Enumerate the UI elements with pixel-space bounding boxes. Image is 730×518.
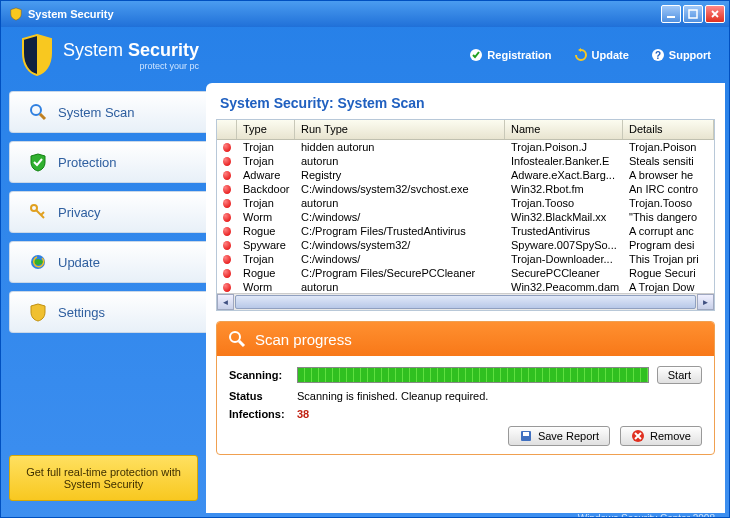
svg-rect-14 (523, 432, 529, 436)
shield-check-icon (28, 152, 48, 172)
cell-run: C:/windows/system32/svchost.exe (295, 182, 505, 196)
support-link[interactable]: ? Support (651, 48, 711, 62)
cell-details: Rogue Securi (623, 266, 714, 280)
table-row[interactable]: WormautorunWin32.Peacomm.damA Trojan Dow (217, 280, 714, 293)
maximize-button[interactable] (683, 5, 703, 23)
table-row[interactable]: AdwareRegistryAdware.eXact.Barg...A brow… (217, 168, 714, 182)
table-body[interactable]: Trojanhidden autorunTrojan.Poison.JTroja… (217, 140, 714, 293)
cell-name: Win32.Rbot.fm (505, 182, 623, 196)
titlebar: System Security (1, 1, 729, 27)
start-button[interactable]: Start (657, 366, 702, 384)
col-type[interactable]: Type (237, 120, 295, 139)
cell-name: Infostealer.Banker.E (505, 154, 623, 168)
magnifier-white-icon (227, 329, 247, 349)
cell-details: Trojan.Tooso (623, 196, 714, 210)
cell-type: Worm (237, 210, 295, 224)
cell-run: autorun (295, 196, 505, 210)
table-row[interactable]: TrojanautorunTrojan.ToosoTrojan.Tooso (217, 196, 714, 210)
cell-run: C:/Program Files/SecurePCCleaner (295, 266, 505, 280)
threat-dot-icon (223, 255, 231, 264)
footer-text: Windows Security Center 2008 (1, 513, 729, 518)
threat-dot-icon (223, 143, 231, 152)
cell-run: C:/Program Files/TrustedAntivirus (295, 224, 505, 238)
app-icon (9, 7, 23, 21)
table-row[interactable]: RogueC:/Program Files/TrustedAntivirusTr… (217, 224, 714, 238)
sidebar-item-label: Privacy (58, 205, 101, 220)
sidebar: System Scan Protection Privacy Update Se… (1, 83, 206, 513)
table-header: Type Run Type Name Details (217, 120, 714, 140)
sidebar-item-scan[interactable]: System Scan (9, 91, 206, 133)
update-icon (574, 48, 588, 62)
remove-button[interactable]: Remove (620, 426, 702, 446)
cell-run: hidden autorun (295, 140, 505, 154)
scroll-left-icon[interactable]: ◄ (217, 294, 234, 310)
threat-dot-icon (223, 269, 231, 278)
save-icon (519, 429, 533, 443)
minimize-button[interactable] (661, 5, 681, 23)
panel-title: System Security: System Scan (220, 95, 715, 111)
cell-details: "This dangero (623, 210, 714, 224)
magnifier-icon (28, 102, 48, 122)
svg-line-9 (41, 212, 44, 215)
table-row[interactable]: TrojanC:/windows/Trojan-Downloader...Thi… (217, 252, 714, 266)
registration-link[interactable]: Registration (469, 48, 551, 62)
svg-point-11 (230, 332, 240, 342)
threat-dot-icon (223, 199, 231, 208)
titlebar-title: System Security (28, 8, 661, 20)
save-report-button[interactable]: Save Report (508, 426, 610, 446)
cell-name: Trojan-Downloader... (505, 252, 623, 266)
cell-name: Adware.eXact.Barg... (505, 168, 623, 182)
threat-dot-icon (223, 157, 231, 166)
table-row[interactable]: Trojanhidden autorunTrojan.Poison.JTroja… (217, 140, 714, 154)
sidebar-item-update[interactable]: Update (9, 241, 206, 283)
cell-type: Backdoor (237, 182, 295, 196)
table-row[interactable]: WormC:/windows/Win32.BlackMail.xx"This d… (217, 210, 714, 224)
scroll-right-icon[interactable]: ► (697, 294, 714, 310)
cell-run: C:/windows/ (295, 210, 505, 224)
cell-details: Trojan.Poison (623, 140, 714, 154)
main-panel: System Security: System Scan Type Run Ty… (206, 83, 725, 513)
threat-dot-icon (223, 283, 231, 292)
horizontal-scrollbar[interactable]: ◄ ► (217, 293, 714, 310)
cell-type: Rogue (237, 266, 295, 280)
cell-run: autorun (295, 154, 505, 168)
sidebar-item-privacy[interactable]: Privacy (9, 191, 206, 233)
cell-run: C:/windows/system32/ (295, 238, 505, 252)
col-run[interactable]: Run Type (295, 120, 505, 139)
col-details[interactable]: Details (623, 120, 714, 139)
svg-point-5 (31, 105, 41, 115)
cell-run: C:/windows/ (295, 252, 505, 266)
cell-name: Win32.BlackMail.xx (505, 210, 623, 224)
cell-details: Steals sensiti (623, 154, 714, 168)
cell-details: A browser he (623, 168, 714, 182)
cell-type: Worm (237, 280, 295, 293)
cell-type: Trojan (237, 252, 295, 266)
header: System Security protect your pc Registra… (1, 27, 729, 83)
keys-icon (28, 202, 48, 222)
table-row[interactable]: SpywareC:/windows/system32/Spyware.007Sp… (217, 238, 714, 252)
sidebar-item-settings[interactable]: Settings (9, 291, 206, 333)
cell-details: Program desi (623, 238, 714, 252)
status-text: Scanning is finished. Cleanup required. (297, 390, 488, 402)
support-icon: ? (651, 48, 665, 62)
col-name[interactable]: Name (505, 120, 623, 139)
table-row[interactable]: BackdoorC:/windows/system32/svchost.exeW… (217, 182, 714, 196)
promo-banner[interactable]: Get full real-time protection with Syste… (9, 455, 198, 501)
scanning-label: Scanning: (229, 369, 297, 381)
svg-text:?: ? (655, 50, 661, 61)
svg-line-6 (40, 114, 45, 119)
cell-type: Rogue (237, 224, 295, 238)
table-row[interactable]: RogueC:/Program Files/SecurePCCleanerSec… (217, 266, 714, 280)
threat-dot-icon (223, 213, 231, 222)
scroll-thumb[interactable] (235, 295, 696, 309)
cell-details: An IRC contro (623, 182, 714, 196)
sidebar-item-label: Update (58, 255, 100, 270)
svg-rect-0 (667, 16, 675, 18)
sidebar-item-protection[interactable]: Protection (9, 141, 206, 183)
close-button[interactable] (705, 5, 725, 23)
logo-shield-icon (19, 33, 55, 77)
sidebar-item-label: Settings (58, 305, 105, 320)
update-link[interactable]: Update (574, 48, 629, 62)
table-row[interactable]: TrojanautorunInfostealer.Banker.ESteals … (217, 154, 714, 168)
cell-name: TrustedAntivirus (505, 224, 623, 238)
